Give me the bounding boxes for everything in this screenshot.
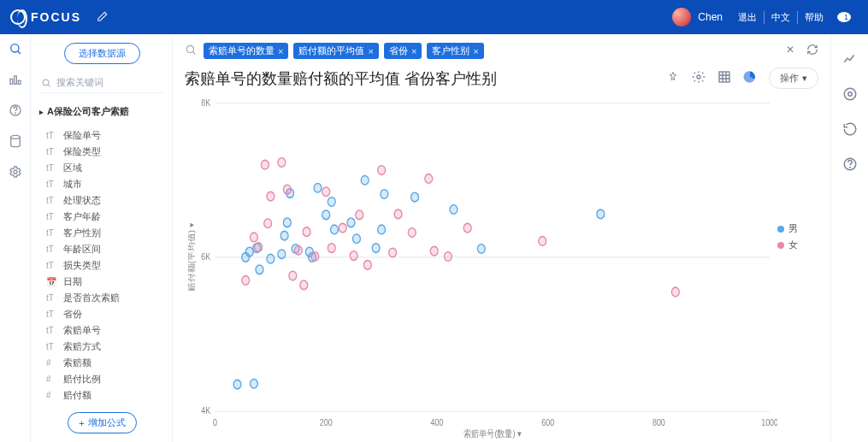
svg-point-32	[267, 254, 275, 263]
legend: 男 女	[777, 94, 818, 439]
svg-point-41	[322, 210, 330, 220]
chart-canvas[interactable]: 4K6K8K02004006008001000索赔单号(数量) ▾赔付额(平均值…	[185, 94, 777, 439]
chart-type-icon[interactable]	[842, 51, 858, 69]
rail-help-icon[interactable]	[8, 103, 23, 118]
field-item[interactable]: tT处理状态	[39, 193, 165, 208]
field-item[interactable]: #赔付比例	[39, 372, 165, 386]
plus-icon: +	[79, 418, 84, 428]
field-type-icon: tT	[46, 245, 58, 254]
svg-point-86	[849, 167, 850, 168]
gear-icon[interactable]	[692, 70, 706, 86]
link-lang[interactable]: 中文	[764, 11, 797, 24]
pie-icon[interactable]	[743, 70, 757, 86]
field-item[interactable]: tT索赔方式	[39, 339, 165, 354]
chip-remove-icon[interactable]: ×	[411, 46, 416, 56]
svg-text:索赔单号(数量) ▾: 索赔单号(数量) ▾	[464, 428, 521, 439]
query-chip[interactable]: 索赔单号的数量×	[204, 43, 288, 59]
field-type-icon: tT	[46, 228, 58, 238]
query-bar: 索赔单号的数量×赔付额的平均值×省份×客户性别× ✕	[185, 43, 818, 59]
svg-point-79	[444, 252, 452, 262]
user-block[interactable]: Chen	[672, 8, 723, 27]
config-icon[interactable]	[842, 86, 858, 104]
rail-db-icon[interactable]	[8, 133, 23, 149]
svg-point-46	[361, 175, 369, 185]
legend-item-female[interactable]: 女	[777, 239, 818, 251]
svg-point-29	[245, 247, 253, 256]
brand-logo[interactable]: FOCUS	[10, 9, 81, 25]
field-item[interactable]: tT保险类型	[39, 144, 165, 159]
search-placeholder: 搜索关键词	[56, 76, 103, 89]
svg-point-54	[242, 276, 250, 286]
svg-point-48	[378, 225, 386, 234]
field-type-icon: tT	[46, 293, 58, 303]
pin-icon[interactable]	[666, 70, 680, 86]
svg-point-81	[539, 237, 546, 246]
query-chips: 索赔单号的数量×赔付额的平均值×省份×客户性别×	[204, 43, 779, 59]
svg-rect-1	[10, 79, 13, 84]
chip-remove-icon[interactable]: ×	[473, 46, 478, 56]
svg-point-82	[671, 287, 679, 297]
rail-chart-icon[interactable]	[8, 72, 23, 87]
legend-item-male[interactable]: 男	[777, 222, 818, 235]
field-item[interactable]: tT客户年龄	[39, 209, 165, 224]
table-icon[interactable]	[717, 70, 731, 86]
field-type-icon: #	[46, 374, 58, 384]
add-formula-button[interactable]: + 增加公式	[68, 412, 136, 433]
brand-text: FOCUS	[31, 10, 81, 24]
search-icon	[41, 78, 51, 88]
svg-point-60	[278, 158, 286, 168]
datasource-name[interactable]: A保险公司客户索赔	[39, 105, 165, 118]
field-item[interactable]: #索赔额	[39, 356, 165, 370]
chip-remove-icon[interactable]: ×	[278, 46, 283, 56]
svg-point-10	[697, 75, 700, 79]
link-logout[interactable]: 退出	[731, 11, 764, 24]
notif-badge[interactable]: 1	[830, 11, 858, 24]
svg-point-31	[256, 265, 263, 274]
edit-icon[interactable]	[97, 10, 109, 25]
svg-point-64	[300, 280, 308, 290]
svg-point-47	[372, 244, 380, 253]
svg-point-58	[264, 219, 272, 228]
chip-remove-icon[interactable]: ×	[368, 46, 373, 56]
rail-search-icon[interactable]	[8, 41, 23, 56]
field-type-icon: tT	[46, 180, 58, 189]
field-item[interactable]: tT是否首次索赔	[39, 291, 165, 305]
query-chip[interactable]: 省份×	[384, 43, 422, 59]
field-item[interactable]: tT城市	[39, 177, 165, 192]
svg-point-6	[10, 135, 20, 138]
field-list: tT保险单号tT保险类型tT区域tT城市tT处理状态tT客户年龄tT客户性别tT…	[39, 128, 165, 404]
query-chip[interactable]: 客户性别×	[427, 43, 483, 59]
field-item[interactable]: tT客户性别	[39, 226, 165, 240]
search-input[interactable]: 搜索关键词	[39, 73, 165, 93]
svg-point-72	[363, 261, 371, 270]
field-item[interactable]: 📅日期	[39, 274, 165, 289]
field-item[interactable]: tT区域	[39, 161, 165, 175]
svg-point-66	[311, 252, 319, 262]
query-search-icon[interactable]	[185, 44, 197, 58]
field-type-icon: tT	[46, 163, 58, 173]
svg-text:200: 200	[320, 417, 333, 427]
link-help[interactable]: 帮助	[797, 11, 830, 24]
field-type-icon: #	[46, 358, 58, 368]
svg-point-71	[356, 210, 363, 220]
svg-point-59	[267, 192, 275, 201]
field-item[interactable]: tT年龄区间	[39, 242, 165, 256]
clear-icon[interactable]: ✕	[786, 44, 794, 58]
operate-button[interactable]: 操作▾	[769, 68, 818, 89]
field-item[interactable]: tT索赔单号	[39, 323, 165, 338]
rail-settings-icon[interactable]	[8, 164, 23, 180]
field-item[interactable]: tT省份	[39, 307, 165, 321]
field-item[interactable]: tT损失类型	[39, 258, 165, 273]
svg-point-83	[847, 92, 852, 97]
field-item[interactable]: tT保险单号	[39, 128, 165, 143]
field-type-icon: tT	[46, 196, 58, 205]
reset-icon[interactable]	[842, 121, 858, 139]
query-chip[interactable]: 赔付额的平均值×	[293, 43, 378, 59]
select-source-button[interactable]: 选择数据源	[64, 43, 140, 64]
logo-icon	[10, 9, 26, 25]
svg-point-51	[450, 205, 458, 215]
refresh-icon[interactable]	[806, 44, 818, 58]
field-item[interactable]: #赔付额	[39, 388, 165, 403]
svg-point-53	[597, 209, 605, 219]
help2-icon[interactable]	[842, 156, 858, 174]
